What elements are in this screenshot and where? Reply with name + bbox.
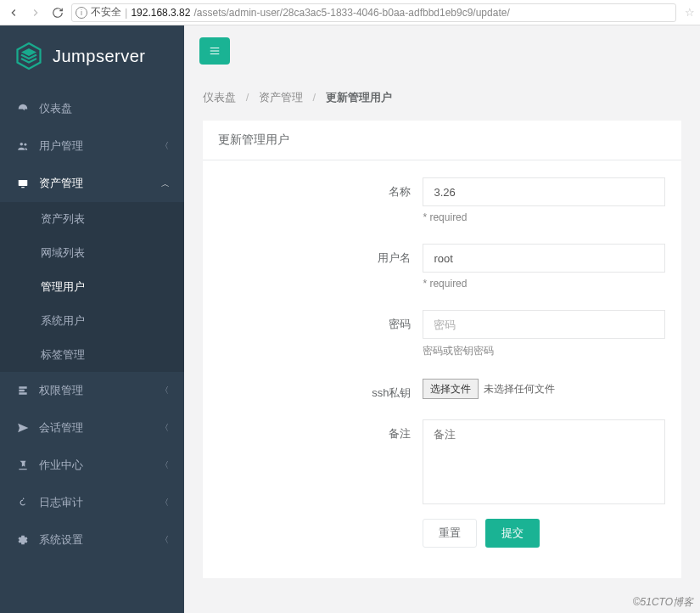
breadcrumb: 仪表盘 / 资产管理 / 更新管理用户 (184, 76, 700, 121)
sidebar-item-dashboard[interactable]: 仪表盘 (0, 90, 184, 127)
svg-point-2 (20, 143, 24, 146)
assets-icon (15, 177, 31, 189)
sidebar-item-users[interactable]: 用户管理 〈 (0, 127, 184, 165)
sidebar-sublist-assets: 资产列表 网域列表 管理用户 系统用户 标签管理 (0, 202, 184, 372)
chevron-down-icon: 〈 (159, 179, 171, 188)
name-hint: * required (423, 211, 681, 223)
username-hint: * required (423, 278, 681, 290)
sidebar-item-settings[interactable]: 系统设置 〈 (0, 521, 184, 559)
users-icon (15, 140, 31, 152)
sidebar-item-audit[interactable]: 日志审计 〈 (0, 484, 184, 521)
info-icon: i (76, 7, 87, 19)
panel-title: 更新管理用户 (203, 121, 681, 160)
breadcrumb-current: 更新管理用户 (326, 91, 392, 104)
username-input[interactable] (423, 244, 665, 273)
sidebar-subitem-admin-user[interactable]: 管理用户 (0, 270, 184, 304)
sidebar-toggle-button[interactable] (199, 37, 230, 65)
file-status: 未选择任何文件 (484, 382, 555, 396)
note-label: 备注 (203, 419, 423, 448)
sidebar-item-label: 用户管理 (39, 138, 83, 154)
sidebar-item-perms[interactable]: 权限管理 〈 (0, 372, 184, 409)
reset-button[interactable]: 重置 (423, 519, 477, 548)
brand[interactable]: Jumpserver (0, 25, 184, 90)
sidebar-item-label: 仪表盘 (39, 101, 72, 116)
sidebar-item-label: 资产管理 (39, 176, 83, 191)
name-input[interactable] (423, 177, 665, 206)
svg-rect-5 (21, 187, 25, 188)
svg-rect-4 (19, 180, 28, 186)
sidebar-item-assets[interactable]: 资产管理 〈 (0, 165, 184, 202)
topbar (184, 25, 700, 76)
chevron-left-icon: 〈 (160, 422, 169, 434)
sidebar-item-label: 作业中心 (39, 458, 83, 473)
settings-icon (15, 534, 31, 546)
form-panel: 更新管理用户 名称 * required 用户名 * required (203, 121, 681, 578)
sidebar-subitem-system-user[interactable]: 系统用户 (0, 304, 184, 338)
svg-point-3 (24, 143, 26, 146)
password-hint: 密码或密钥密码 (423, 344, 681, 358)
submit-button[interactable]: 提交 (485, 519, 540, 548)
dashboard-icon (15, 103, 31, 115)
sidebar-item-label: 会话管理 (39, 420, 83, 436)
chevron-left-icon: 〈 (160, 459, 169, 471)
forward-icon (27, 4, 44, 21)
sidebar-item-sessions[interactable]: 会话管理 〈 (0, 409, 184, 447)
brand-text: Jumpserver (53, 47, 145, 66)
main-content: 仪表盘 / 资产管理 / 更新管理用户 更新管理用户 名称 * required… (184, 25, 700, 613)
url-host: 192.168.3.82 (131, 7, 190, 19)
jobs-icon (15, 459, 31, 471)
reload-icon[interactable] (49, 4, 66, 21)
sidebar: Jumpserver 仪表盘 用户管理 〈 资产管理 〈 资产列表 网域列表 管… (0, 25, 184, 613)
browser-address-bar: i 不安全 | 192.168.3.82/assets/admin-user/2… (0, 0, 700, 25)
insecure-label: 不安全 (91, 5, 121, 20)
menu-icon (208, 45, 221, 57)
breadcrumb-item[interactable]: 仪表盘 (203, 91, 236, 104)
sidebar-subitem-asset-list[interactable]: 资产列表 (0, 202, 184, 236)
url-path: /assets/admin-user/28ca3ac5-1833-4046-b0… (193, 7, 509, 19)
chevron-left-icon: 〈 (160, 385, 169, 396)
sidebar-item-label: 日志审计 (39, 495, 83, 510)
sidebar-subitem-tag-mgmt[interactable]: 标签管理 (0, 338, 184, 372)
perms-icon (15, 385, 31, 396)
sessions-icon (15, 422, 31, 434)
sidebar-item-label: 系统设置 (39, 532, 83, 548)
sidebar-item-label: 权限管理 (39, 383, 83, 398)
chevron-left-icon: 〈 (160, 140, 169, 152)
sshkey-label: ssh私钥 (203, 379, 423, 408)
back-icon[interactable] (5, 4, 22, 21)
breadcrumb-item[interactable]: 资产管理 (259, 91, 303, 104)
name-label: 名称 (203, 177, 423, 206)
brand-logo-icon (14, 41, 44, 71)
sidebar-item-jobs[interactable]: 作业中心 〈 (0, 447, 184, 484)
url-input[interactable]: i 不安全 | 192.168.3.82/assets/admin-user/2… (71, 3, 676, 22)
password-input[interactable] (423, 310, 665, 339)
audit-icon (15, 497, 31, 509)
chevron-left-icon: 〈 (160, 534, 169, 546)
chevron-left-icon: 〈 (160, 497, 169, 509)
password-label: 密码 (203, 310, 423, 339)
bookmark-icon[interactable]: ☆ (685, 6, 695, 19)
file-select-button[interactable]: 选择文件 (423, 379, 479, 399)
sidebar-subitem-domain-list[interactable]: 网域列表 (0, 236, 184, 270)
username-label: 用户名 (203, 244, 423, 273)
note-textarea[interactable] (423, 419, 665, 504)
